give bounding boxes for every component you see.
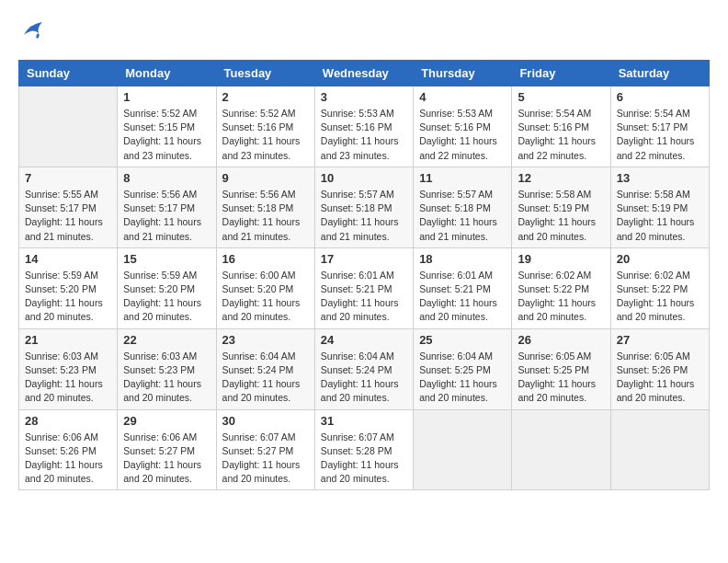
calendar-cell: 17Sunrise: 6:01 AMSunset: 5:21 PMDayligh… [314, 247, 413, 328]
day-info: Sunrise: 6:05 AMSunset: 5:25 PMDaylight:… [518, 350, 604, 406]
day-number: 28 [25, 414, 111, 428]
calendar-cell: 24Sunrise: 6:04 AMSunset: 5:24 PMDayligh… [314, 328, 413, 409]
day-number: 31 [321, 414, 407, 428]
calendar-cell: 21Sunrise: 6:03 AMSunset: 5:23 PMDayligh… [19, 328, 118, 409]
day-info: Sunrise: 5:54 AMSunset: 5:16 PMDaylight:… [518, 107, 604, 163]
day-of-week-header: Monday [118, 61, 216, 86]
day-number: 3 [321, 90, 407, 104]
calendar-week-row: 1Sunrise: 5:52 AMSunset: 5:15 PMDaylight… [19, 86, 710, 167]
day-info: Sunrise: 6:03 AMSunset: 5:23 PMDaylight:… [123, 350, 210, 406]
calendar-cell: 20Sunrise: 6:02 AMSunset: 5:22 PMDayligh… [610, 247, 709, 328]
calendar-cell: 6Sunrise: 5:54 AMSunset: 5:17 PMDaylight… [610, 86, 709, 167]
day-info: Sunrise: 5:52 AMSunset: 5:16 PMDaylight:… [222, 107, 309, 163]
calendar-week-row: 7Sunrise: 5:55 AMSunset: 5:17 PMDaylight… [19, 167, 710, 247]
calendar-cell: 13Sunrise: 5:58 AMSunset: 5:19 PMDayligh… [610, 167, 709, 247]
day-info: Sunrise: 6:06 AMSunset: 5:26 PMDaylight:… [25, 431, 111, 487]
day-info: Sunrise: 6:05 AMSunset: 5:26 PMDaylight:… [617, 350, 703, 406]
calendar-cell [414, 409, 512, 490]
calendar-cell: 11Sunrise: 5:57 AMSunset: 5:18 PMDayligh… [414, 167, 512, 247]
day-number: 7 [25, 171, 111, 185]
day-info: Sunrise: 5:58 AMSunset: 5:19 PMDaylight:… [617, 188, 703, 244]
day-number: 21 [25, 333, 111, 347]
day-info: Sunrise: 5:58 AMSunset: 5:19 PMDaylight:… [518, 188, 604, 244]
calendar-cell: 28Sunrise: 6:06 AMSunset: 5:26 PMDayligh… [19, 409, 118, 490]
calendar-cell: 30Sunrise: 6:07 AMSunset: 5:27 PMDayligh… [216, 409, 314, 490]
calendar-cell: 31Sunrise: 6:07 AMSunset: 5:28 PMDayligh… [314, 409, 413, 490]
calendar-cell: 1Sunrise: 5:52 AMSunset: 5:15 PMDaylight… [118, 86, 216, 167]
day-info: Sunrise: 6:04 AMSunset: 5:24 PMDaylight:… [222, 350, 309, 406]
day-info: Sunrise: 5:53 AMSunset: 5:16 PMDaylight:… [321, 107, 407, 163]
day-of-week-header: Sunday [19, 61, 118, 86]
day-number: 17 [321, 252, 407, 266]
calendar-cell: 3Sunrise: 5:53 AMSunset: 5:16 PMDaylight… [314, 86, 413, 167]
day-number: 22 [123, 333, 210, 347]
calendar-cell: 10Sunrise: 5:57 AMSunset: 5:18 PMDayligh… [314, 167, 413, 247]
calendar-cell: 2Sunrise: 5:52 AMSunset: 5:16 PMDaylight… [216, 86, 314, 167]
calendar-cell: 8Sunrise: 5:56 AMSunset: 5:17 PMDaylight… [118, 167, 216, 247]
day-number: 16 [222, 252, 309, 266]
calendar-cell: 12Sunrise: 5:58 AMSunset: 5:19 PMDayligh… [512, 167, 610, 247]
day-of-week-header: Friday [512, 61, 610, 86]
calendar-cell: 25Sunrise: 6:04 AMSunset: 5:25 PMDayligh… [414, 328, 512, 409]
logo-bird-icon [20, 18, 46, 40]
calendar-cell: 15Sunrise: 5:59 AMSunset: 5:20 PMDayligh… [118, 247, 216, 328]
day-info: Sunrise: 6:00 AMSunset: 5:20 PMDaylight:… [222, 269, 309, 325]
day-number: 26 [518, 333, 604, 347]
calendar-week-row: 21Sunrise: 6:03 AMSunset: 5:23 PMDayligh… [19, 328, 710, 409]
calendar-cell [512, 409, 610, 490]
day-number: 11 [419, 171, 506, 185]
day-info: Sunrise: 6:06 AMSunset: 5:27 PMDaylight:… [123, 431, 210, 487]
day-number: 29 [123, 414, 210, 428]
calendar-cell: 7Sunrise: 5:55 AMSunset: 5:17 PMDaylight… [19, 167, 118, 247]
day-info: Sunrise: 5:56 AMSunset: 5:17 PMDaylight:… [123, 188, 210, 244]
day-info: Sunrise: 5:56 AMSunset: 5:18 PMDaylight:… [222, 188, 309, 244]
day-info: Sunrise: 6:01 AMSunset: 5:21 PMDaylight:… [419, 269, 506, 325]
day-of-week-header: Saturday [610, 61, 709, 86]
day-number: 5 [518, 90, 604, 104]
calendar-cell: 4Sunrise: 5:53 AMSunset: 5:16 PMDaylight… [414, 86, 512, 167]
day-info: Sunrise: 6:01 AMSunset: 5:21 PMDaylight:… [321, 269, 407, 325]
day-info: Sunrise: 5:59 AMSunset: 5:20 PMDaylight:… [123, 269, 210, 325]
day-info: Sunrise: 5:52 AMSunset: 5:15 PMDaylight:… [123, 107, 210, 163]
calendar-header-row: SundayMondayTuesdayWednesdayThursdayFrid… [19, 61, 710, 86]
calendar-cell: 27Sunrise: 6:05 AMSunset: 5:26 PMDayligh… [610, 328, 709, 409]
calendar-cell [19, 86, 118, 167]
day-number: 23 [222, 333, 309, 347]
day-number: 13 [617, 171, 703, 185]
day-number: 27 [617, 333, 703, 347]
day-number: 4 [419, 90, 506, 104]
calendar-cell: 18Sunrise: 6:01 AMSunset: 5:21 PMDayligh… [414, 247, 512, 328]
day-number: 24 [321, 333, 407, 347]
day-number: 15 [123, 252, 210, 266]
day-number: 2 [222, 90, 309, 104]
day-info: Sunrise: 6:07 AMSunset: 5:27 PMDaylight:… [222, 431, 309, 487]
calendar-cell: 14Sunrise: 5:59 AMSunset: 5:20 PMDayligh… [19, 247, 118, 328]
day-info: Sunrise: 5:53 AMSunset: 5:16 PMDaylight:… [419, 107, 506, 163]
day-number: 19 [518, 252, 604, 266]
day-info: Sunrise: 5:57 AMSunset: 5:18 PMDaylight:… [419, 188, 506, 244]
day-number: 30 [222, 414, 309, 428]
day-number: 20 [617, 252, 703, 266]
day-info: Sunrise: 5:55 AMSunset: 5:17 PMDaylight:… [25, 188, 111, 244]
day-info: Sunrise: 5:54 AMSunset: 5:17 PMDaylight:… [617, 107, 703, 163]
calendar-cell: 16Sunrise: 6:00 AMSunset: 5:20 PMDayligh… [216, 247, 314, 328]
calendar-week-row: 14Sunrise: 5:59 AMSunset: 5:20 PMDayligh… [19, 247, 710, 328]
day-number: 8 [123, 171, 210, 185]
day-number: 1 [123, 90, 210, 104]
calendar-cell [610, 409, 709, 490]
logo-wordmark [18, 18, 46, 45]
day-info: Sunrise: 6:02 AMSunset: 5:22 PMDaylight:… [617, 269, 703, 325]
calendar-cell: 23Sunrise: 6:04 AMSunset: 5:24 PMDayligh… [216, 328, 314, 409]
day-info: Sunrise: 6:03 AMSunset: 5:23 PMDaylight:… [25, 350, 111, 406]
day-number: 9 [222, 171, 309, 185]
day-number: 6 [617, 90, 703, 104]
day-number: 25 [419, 333, 506, 347]
calendar-week-row: 28Sunrise: 6:06 AMSunset: 5:26 PMDayligh… [19, 409, 710, 490]
day-info: Sunrise: 6:07 AMSunset: 5:28 PMDaylight:… [321, 431, 407, 487]
calendar-cell: 22Sunrise: 6:03 AMSunset: 5:23 PMDayligh… [118, 328, 216, 409]
day-info: Sunrise: 5:59 AMSunset: 5:20 PMDaylight:… [25, 269, 111, 325]
day-of-week-header: Thursday [414, 61, 512, 86]
day-number: 10 [321, 171, 407, 185]
calendar-cell: 19Sunrise: 6:02 AMSunset: 5:22 PMDayligh… [512, 247, 610, 328]
calendar-cell: 26Sunrise: 6:05 AMSunset: 5:25 PMDayligh… [512, 328, 610, 409]
